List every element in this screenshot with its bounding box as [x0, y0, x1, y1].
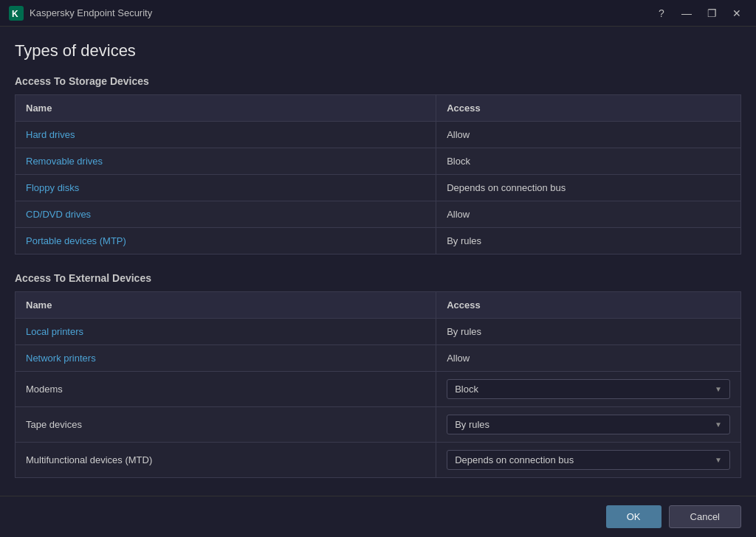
table-row: Removable drivesBlock: [16, 148, 741, 175]
external-row-access: Allow: [436, 345, 741, 372]
table-row: CD/DVD drivesAllow: [16, 201, 741, 228]
dropdown-value: Block: [455, 384, 478, 395]
dropdown-value: Depends on connection bus: [455, 454, 574, 465]
storage-row-access: Block: [436, 148, 741, 175]
cancel-button[interactable]: Cancel: [669, 505, 741, 528]
title-bar-left: K Kaspersky Endpoint Security: [9, 6, 152, 21]
title-bar-controls: ? — ❐ ✕: [651, 3, 747, 24]
dropdown-value: By rules: [455, 419, 489, 430]
storage-name-header: Name: [16, 95, 436, 122]
storage-row-access: Allow: [436, 122, 741, 148]
table-row: ModemsBlock▼: [16, 372, 741, 407]
minimize-button[interactable]: —: [676, 3, 697, 24]
close-button[interactable]: ✕: [726, 3, 747, 24]
maximize-button[interactable]: ❐: [701, 3, 722, 24]
table-row: Local printersBy rules: [16, 319, 741, 345]
table-row: Multifunctional devices (MTD)Depends on …: [16, 443, 741, 478]
storage-row-name[interactable]: Removable drives: [16, 148, 436, 175]
storage-section: Access To Storage Devices Name Access Ha…: [15, 75, 741, 254]
table-row: Tape devicesBy rules▼: [16, 407, 741, 443]
table-row: Hard drivesAllow: [16, 122, 741, 148]
app-title: Kaspersky Endpoint Security: [30, 7, 152, 18]
storage-device-link[interactable]: Hard drives: [26, 129, 75, 140]
ok-button[interactable]: OK: [606, 505, 662, 528]
external-table: Name Access Local printersBy rulesNetwor…: [15, 291, 741, 478]
access-dropdown[interactable]: Depends on connection bus▼: [447, 450, 730, 470]
external-row-name[interactable]: Local printers: [16, 319, 436, 345]
chevron-down-icon: ▼: [715, 420, 722, 429]
storage-row-access: Allow: [436, 201, 741, 228]
external-row-name: Multifunctional devices (MTD): [16, 443, 436, 478]
help-button[interactable]: ?: [651, 3, 672, 24]
page-title: Types of devices: [15, 41, 741, 60]
external-row-name: Tape devices: [16, 407, 436, 443]
table-row: Portable devices (MTP)By rules: [16, 228, 741, 254]
external-row-access: By rules: [436, 319, 741, 345]
external-row-name: Modems: [16, 372, 436, 407]
storage-access-header: Access: [436, 95, 741, 122]
table-row: Network printersAllow: [16, 345, 741, 372]
external-access-header: Access: [436, 292, 741, 319]
storage-device-link[interactable]: Floppy disks: [26, 182, 79, 193]
content-area: Types of devices Access To Storage Devic…: [0, 27, 756, 537]
title-bar: K Kaspersky Endpoint Security ? — ❐ ✕: [0, 0, 756, 27]
external-name-header: Name: [16, 292, 436, 319]
access-dropdown[interactable]: Block▼: [447, 379, 730, 399]
storage-device-link[interactable]: Removable drives: [26, 156, 103, 167]
storage-device-link[interactable]: Portable devices (MTP): [26, 235, 126, 246]
storage-row-access: Depends on connection bus: [436, 175, 741, 201]
access-dropdown[interactable]: By rules▼: [447, 415, 730, 434]
external-section-title: Access To External Devices: [15, 272, 741, 284]
chevron-down-icon: ▼: [715, 385, 722, 393]
storage-device-link[interactable]: CD/DVD drives: [26, 209, 91, 220]
external-device-link[interactable]: Network printers: [26, 353, 96, 364]
external-row-name[interactable]: Network printers: [16, 345, 436, 372]
storage-row-name[interactable]: Portable devices (MTP): [16, 228, 436, 254]
external-section: Access To External Devices Name Access L…: [15, 272, 741, 478]
table-row: Floppy disksDepends on connection bus: [16, 175, 741, 201]
storage-row-name[interactable]: CD/DVD drives: [16, 201, 436, 228]
chevron-down-icon: ▼: [715, 456, 722, 464]
storage-row-access: By rules: [436, 228, 741, 254]
storage-table: Name Access Hard drivesAllowRemovable dr…: [15, 94, 741, 254]
storage-row-name[interactable]: Floppy disks: [16, 175, 436, 201]
footer-bar: OK Cancel: [0, 496, 756, 537]
external-row-access[interactable]: By rules▼: [436, 407, 741, 443]
storage-row-name[interactable]: Hard drives: [16, 122, 436, 148]
svg-text:K: K: [12, 9, 18, 19]
external-row-access[interactable]: Depends on connection bus▼: [436, 443, 741, 478]
external-row-access[interactable]: Block▼: [436, 372, 741, 407]
external-device-link[interactable]: Local printers: [26, 326, 83, 337]
kaspersky-logo-icon: K: [9, 6, 24, 21]
storage-section-title: Access To Storage Devices: [15, 75, 741, 87]
